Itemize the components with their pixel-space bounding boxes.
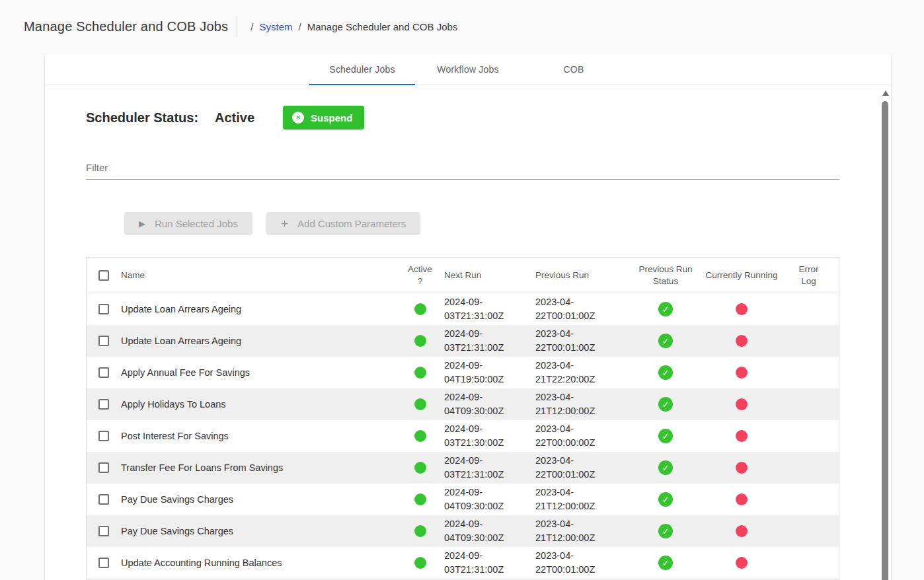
previous-run-value: 2023-04-21T12:00:00Z <box>533 517 627 545</box>
previous-run-value: 2023-04-21T12:00:00Z <box>533 486 627 513</box>
run-selected-jobs-label: Run Selected Jobs <box>155 218 238 229</box>
active-indicator-icon <box>414 525 426 537</box>
success-check-icon: ✓ <box>658 429 673 443</box>
success-check-icon: ✓ <box>658 302 673 316</box>
breadcrumb-current: Manage Scheduler and COB Jobs <box>307 21 458 32</box>
table-row: Apply Holidays To Loans2024-09-04T09:30:… <box>87 388 839 420</box>
active-indicator-icon <box>414 367 426 379</box>
job-name: Update Accounting Running Balances <box>121 558 399 568</box>
row-checkbox[interactable] <box>98 526 109 536</box>
scheduler-status-value: Active <box>215 110 254 126</box>
run-selected-jobs-button[interactable]: ▶ Run Selected Jobs <box>124 212 252 235</box>
previous-run-value: 2023-04-22T00:01:00Z <box>533 454 627 482</box>
not-running-indicator-icon <box>736 367 748 379</box>
header-divider <box>237 16 237 37</box>
column-header-active: Active ? <box>399 264 442 287</box>
not-running-indicator-icon <box>736 335 748 347</box>
table-row: Post Interest For Savings2024-09-03T21:3… <box>87 420 839 452</box>
table-row: Apply Annual Fee For Savings2024-09-04T1… <box>87 357 839 388</box>
tab-cob[interactable]: COB <box>521 54 627 85</box>
next-run-value: 2024-09-03T21:31:00Z <box>442 454 533 482</box>
tab-scheduler-jobs[interactable]: Scheduler Jobs <box>309 54 415 85</box>
next-run-value: 2024-09-04T09:30:00Z <box>442 390 533 418</box>
job-name: Pay Due Savings Charges <box>121 494 399 505</box>
job-name: Apply Holidays To Loans <box>121 399 399 410</box>
success-check-icon: ✓ <box>658 492 673 507</box>
table-row: Update Accounting Running Balances2024-0… <box>87 547 839 579</box>
success-check-icon: ✓ <box>658 460 673 475</box>
next-run-value: 2024-09-04T09:30:00Z <box>442 486 533 513</box>
success-check-icon: ✓ <box>658 524 673 538</box>
page-header: Manage Scheduler and COB Jobs / System /… <box>0 0 924 38</box>
breadcrumb-separator: / <box>299 21 301 32</box>
row-checkbox[interactable] <box>98 431 109 441</box>
success-check-icon: ✓ <box>658 365 673 380</box>
scheduler-jobs-table: Name Active ? Next Run Previous Run Prev… <box>86 257 839 580</box>
scheduler-jobs-panel: Scheduler Status: Active ✕ Suspend ▶ Run… <box>45 85 891 580</box>
table-body: Update Loan Arrears Ageing2024-09-03T21:… <box>87 293 839 579</box>
job-name: Update Loan Arrears Ageing <box>121 304 399 314</box>
column-header-previous-run: Previous Run <box>533 268 627 282</box>
job-name: Pay Due Savings Charges <box>121 526 399 536</box>
next-run-value: 2024-09-04T09:30:00Z <box>442 517 533 545</box>
row-checkbox[interactable] <box>98 367 109 378</box>
previous-run-value: 2023-04-21T12:00:00Z <box>533 390 627 418</box>
next-run-value: 2024-09-03T21:31:00Z <box>442 549 533 577</box>
add-custom-parameters-label: Add Custom Parameters <box>297 218 406 229</box>
table-row: Update Loan Arrears Ageing2024-09-03T21:… <box>87 325 839 357</box>
next-run-value: 2024-09-03T21:30:00Z <box>442 422 533 450</box>
previous-run-value: 2023-04-22T00:01:00Z <box>533 295 627 323</box>
breadcrumb-link-system[interactable]: System <box>260 21 293 32</box>
not-running-indicator-icon <box>736 398 748 410</box>
not-running-indicator-icon <box>736 303 748 315</box>
suspend-button[interactable]: ✕ Suspend <box>283 106 364 129</box>
circle-x-icon: ✕ <box>292 112 304 124</box>
filter-input[interactable] <box>86 161 839 180</box>
row-checkbox[interactable] <box>98 558 109 568</box>
column-header-currently-running: Currently Running <box>705 270 779 281</box>
not-running-indicator-icon <box>736 525 748 537</box>
row-checkbox[interactable] <box>98 399 109 410</box>
scrollbar-up-arrow[interactable] <box>882 91 889 96</box>
table-row: Transfer Fee For Loans From Savings2024-… <box>87 452 839 484</box>
row-checkbox[interactable] <box>98 494 109 505</box>
column-header-next-run: Next Run <box>442 268 533 282</box>
row-checkbox[interactable] <box>98 462 109 473</box>
column-header-previous-run-status: Previous Run Status <box>627 264 705 287</box>
job-name: Post Interest For Savings <box>121 431 399 441</box>
job-name: Update Loan Arrears Ageing <box>121 336 399 346</box>
column-header-error-log: Error Log <box>779 264 839 287</box>
scrollbar-thumb[interactable] <box>882 101 888 580</box>
table-header-row: Name Active ? Next Run Previous Run Prev… <box>87 258 839 293</box>
tab-workflow-jobs[interactable]: Workflow Jobs <box>415 54 521 85</box>
table-row: Pay Due Savings Charges2024-09-04T09:30:… <box>87 484 839 515</box>
job-name: Transfer Fee For Loans From Savings <box>121 462 399 473</box>
play-icon: ▶ <box>139 219 145 229</box>
active-indicator-icon <box>414 335 426 347</box>
breadcrumb-separator: / <box>250 21 253 32</box>
column-header-name: Name <box>121 270 399 281</box>
previous-run-value: 2023-04-21T22:20:00Z <box>533 359 627 386</box>
active-indicator-icon <box>414 303 426 315</box>
table-row: Pay Due Savings Charges2024-09-04T09:30:… <box>87 515 839 547</box>
suspend-button-label: Suspend <box>311 112 352 124</box>
not-running-indicator-icon <box>736 430 748 442</box>
row-checkbox[interactable] <box>98 304 109 314</box>
row-checkbox[interactable] <box>98 336 109 346</box>
previous-run-value: 2023-04-22T00:01:00Z <box>533 549 627 577</box>
active-indicator-icon <box>414 557 426 569</box>
active-indicator-icon <box>414 430 426 442</box>
previous-run-value: 2023-04-22T00:01:00Z <box>533 327 627 355</box>
success-check-icon: ✓ <box>658 397 673 412</box>
filter-field-wrap <box>86 161 839 180</box>
select-all-checkbox[interactable] <box>98 270 109 281</box>
plus-icon: + <box>281 217 288 230</box>
add-custom-parameters-button[interactable]: + Add Custom Parameters <box>266 212 420 235</box>
job-name: Apply Annual Fee For Savings <box>121 367 399 378</box>
content-card: Scheduler Jobs Workflow Jobs COB Schedul… <box>45 54 891 580</box>
success-check-icon: ✓ <box>658 334 673 348</box>
active-indicator-icon <box>414 462 426 474</box>
breadcrumb: / System / Manage Scheduler and COB Jobs <box>250 21 457 32</box>
scrollbar <box>882 85 889 580</box>
scheduler-status-label: Scheduler Status: <box>86 110 198 126</box>
